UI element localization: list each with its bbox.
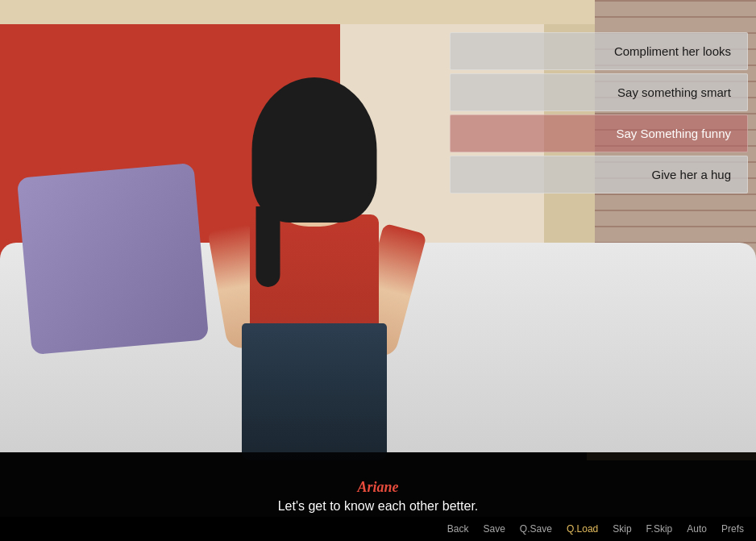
dialogue-box: Ariane Let's get to know each other bett…: [0, 452, 756, 541]
auto-button[interactable]: Auto: [687, 523, 707, 535]
back-button[interactable]: Back: [447, 523, 469, 535]
fskip-button[interactable]: F.Skip: [646, 523, 673, 535]
qload-button[interactable]: Q.Load: [567, 523, 598, 535]
speaker-name: Ariane: [357, 479, 398, 496]
save-button[interactable]: Save: [484, 523, 505, 535]
game-screen: Compliment her looksSay something smartS…: [0, 0, 756, 541]
prefs-button[interactable]: Prefs: [721, 523, 744, 535]
char-legs: [242, 323, 387, 460]
qsave-button[interactable]: Q.Save: [520, 523, 552, 535]
choice-menu: Compliment her looksSay something smartS…: [450, 32, 756, 194]
choice-compliment[interactable]: Compliment her looks: [450, 32, 748, 70]
dialogue-text: Let's get to know each other better.: [278, 499, 479, 514]
char-hair: [252, 77, 377, 223]
choice-smart[interactable]: Say something smart: [450, 73, 748, 111]
character-body: [169, 89, 459, 460]
toolbar: Back Save Q.Save Q.Load Skip F.Skip Auto…: [0, 517, 756, 541]
choice-hug[interactable]: Give her a hug: [450, 156, 748, 194]
choice-funny[interactable]: Say Something funny: [450, 114, 748, 152]
skip-button[interactable]: Skip: [613, 523, 631, 535]
